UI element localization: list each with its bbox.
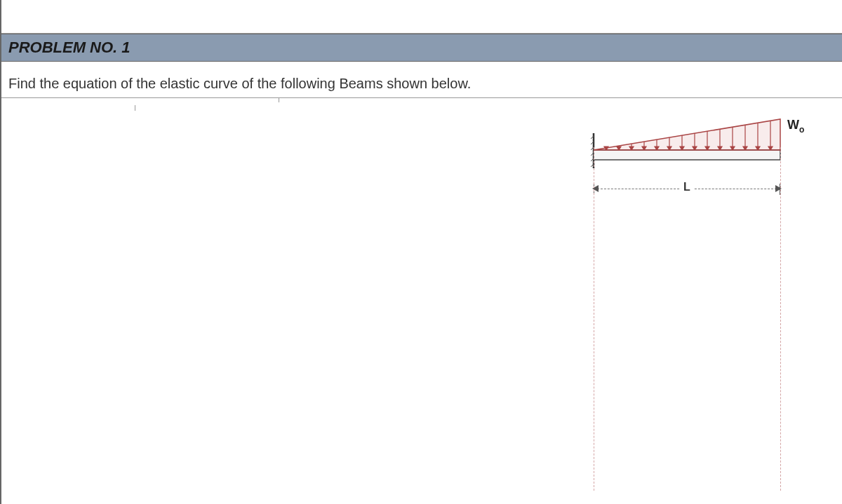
tick-mark (135, 105, 135, 111)
problem-title: PROBLEM NO. 1 (8, 39, 835, 57)
triangular-load (594, 119, 780, 150)
beam-svg (591, 112, 794, 175)
dimension-line: L (594, 182, 780, 196)
beam-body (594, 150, 780, 160)
diagram-area: Wo (1, 98, 842, 491)
beam-diagram: Wo (591, 112, 815, 491)
problem-header: PROBLEM NO. 1 (1, 34, 842, 62)
problem-statement: Find the equation of the elastic curve o… (1, 62, 842, 98)
vertical-guide-left (594, 147, 594, 491)
top-spacer (1, 0, 842, 34)
span-label: L (681, 181, 693, 193)
load-subscript: o (799, 125, 804, 135)
page-container: PROBLEM NO. 1 Find the equation of the e… (0, 0, 842, 504)
vertical-guide-right (780, 147, 781, 491)
tick-mark (279, 98, 279, 102)
